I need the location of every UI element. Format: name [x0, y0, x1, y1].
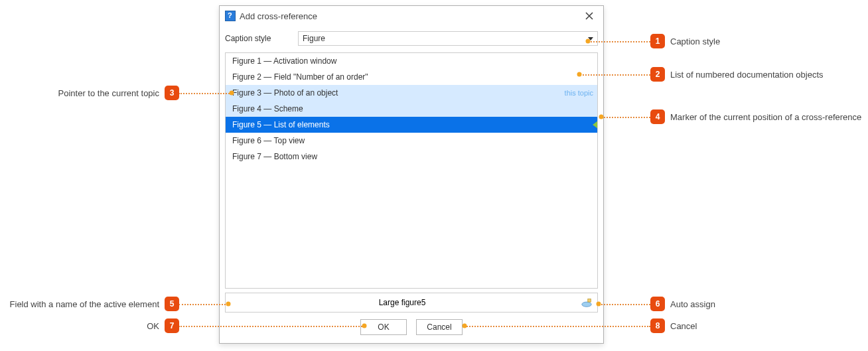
callout-8: 8 Cancel [650, 318, 697, 333]
callout-6: 6 Auto assign [650, 297, 715, 311]
connector-line [465, 326, 650, 327]
callout-1: 1 Caption style [650, 34, 720, 48]
callout-label: Auto assign [670, 299, 715, 309]
auto-assign-icon [581, 297, 593, 308]
callout-5: Field with a name of the active element … [3, 297, 179, 311]
connector-dot [577, 72, 582, 77]
list-item-selected[interactable]: Figure 5 — List of elements [226, 117, 597, 133]
close-icon[interactable] [581, 9, 598, 23]
caption-style-label: Caption style [225, 34, 291, 43]
connector-line [599, 304, 650, 305]
connector-dot [226, 302, 231, 307]
connector-dot [230, 91, 234, 96]
callout-label: Cancel [670, 321, 697, 331]
callout-2: 2 List of numbered documentation objects [650, 67, 824, 82]
app-icon [225, 11, 236, 21]
callout-label: Field with a name of the active element [10, 299, 159, 309]
list-item[interactable]: Figure 7 — Bottom view [226, 149, 597, 165]
callout-badge: 5 [165, 297, 179, 311]
connector-line [179, 93, 232, 94]
list-item[interactable]: Figure 2 — Field "Number of an order" [226, 69, 597, 85]
callout-badge: 6 [650, 297, 665, 311]
this-topic-badge: this topic [565, 85, 593, 101]
connector-dot [599, 115, 604, 119]
callout-badge: 4 [650, 109, 665, 124]
svg-point-0 [582, 302, 591, 307]
svg-rect-1 [588, 299, 591, 303]
cancel-button[interactable]: Cancel [416, 319, 463, 335]
connector-dot [463, 324, 467, 328]
caption-style-select[interactable]: Figure [298, 31, 598, 46]
ok-button[interactable]: OK [360, 319, 407, 335]
callout-4: 4 Marker of the current position of a cr… [650, 109, 861, 124]
callout-badge: 2 [650, 67, 665, 82]
callout-badge: 3 [165, 86, 179, 100]
callout-badge: 7 [165, 318, 179, 333]
list-item[interactable]: Figure 6 — Top view [226, 133, 597, 149]
callout-badge: 1 [650, 34, 665, 48]
callout-badge: 8 [650, 318, 665, 333]
connector-dot [586, 39, 591, 44]
dialog-title: Add cross-reference [240, 11, 317, 21]
callout-label: Caption style [670, 36, 720, 46]
callout-3: Pointer to the current topic 3 [54, 86, 179, 100]
connector-line [579, 74, 650, 76]
name-field-row [225, 293, 598, 313]
callout-7: OK 7 [133, 318, 179, 333]
list-item[interactable]: Figure 3 — Photo of an object this topic [226, 85, 597, 101]
position-marker-icon [593, 121, 598, 129]
titlebar: Add cross-reference [220, 6, 603, 26]
object-list[interactable]: Figure 1 — Activation window Figure 2 — … [225, 52, 598, 289]
callout-label: Marker of the current position of a cros… [670, 112, 861, 122]
connector-line [179, 304, 228, 305]
connector-dot [362, 324, 367, 328]
connector-line [179, 326, 364, 327]
callout-label: List of numbered documentation objects [670, 70, 824, 80]
auto-assign-button[interactable] [579, 296, 595, 309]
connector-dot [597, 302, 601, 307]
callout-label: Pointer to the current topic [58, 88, 159, 98]
list-item[interactable]: Figure 4 — Scheme [226, 101, 597, 117]
connector-line [601, 117, 650, 118]
connector-line [588, 41, 650, 42]
caption-style-value: Figure [303, 34, 325, 43]
list-item[interactable]: Figure 1 — Activation window [226, 53, 597, 69]
element-name-input[interactable] [226, 297, 579, 308]
add-cross-reference-dialog: Add cross-reference Caption style Figure… [219, 5, 604, 344]
callout-label: OK [147, 321, 159, 331]
